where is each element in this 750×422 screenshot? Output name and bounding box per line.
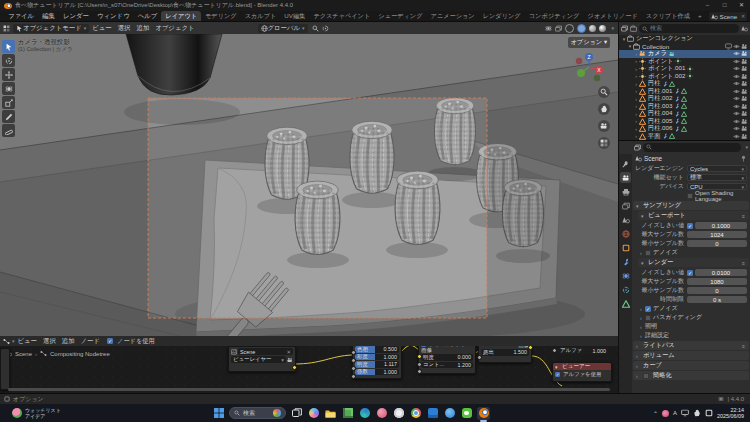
compositor-editor-icon[interactable] [3, 338, 10, 345]
tray-expand-icon[interactable]: ⌃ [653, 410, 658, 417]
r-max-field[interactable]: 1080 [687, 278, 747, 285]
notes-app-icon[interactable] [426, 407, 439, 420]
hsv-hue-slider[interactable]: 色相0.500 [355, 346, 399, 353]
node-viewer[interactable]: ▾ビューアー ✓ アルファを使用 [552, 362, 612, 382]
chrome-icon[interactable] [409, 407, 422, 420]
tool-scale[interactable] [2, 96, 15, 109]
vp-noise-field[interactable]: 0.1000 [695, 222, 747, 229]
tab-object[interactable] [620, 242, 631, 253]
workspace-tab-layout[interactable]: レイアウト [161, 11, 201, 21]
photos-icon[interactable] [375, 407, 388, 420]
volume-icon[interactable] [693, 409, 701, 417]
tab-output[interactable] [620, 186, 631, 197]
bc-bright-field[interactable]: 明度0.000 [421, 354, 473, 361]
tab-particles[interactable] [620, 270, 631, 281]
simplify-section[interactable]: ›簡略化 [633, 371, 749, 380]
r-noise-field[interactable]: 0.0100 [695, 269, 747, 276]
curves-section[interactable]: ›カーブ [633, 361, 749, 370]
skype-icon[interactable] [443, 407, 456, 420]
snap-magnet-icon[interactable] [312, 25, 319, 32]
gizmos-toggle-icon[interactable] [545, 25, 552, 32]
viewer-alpha-field[interactable]: アルファ1.000 [558, 347, 608, 354]
battery-icon[interactable] [705, 409, 713, 417]
menu-window[interactable]: ウィンドウ [93, 12, 134, 21]
edge-icon[interactable] [358, 407, 371, 420]
workspace-tab-rendering[interactable]: レンダリング [479, 11, 525, 21]
outliner-display-mode-icon[interactable] [630, 25, 637, 32]
comp-menu-add[interactable]: 追加 [59, 337, 78, 346]
r-denoise-row[interactable]: ›✓ デノイズ [632, 304, 750, 313]
navigation-gizmo[interactable]: Z X [572, 50, 606, 84]
workspace-tab-modeling[interactable]: モデリング [201, 11, 241, 21]
tool-measure[interactable] [2, 124, 15, 137]
shading-material-icon[interactable] [589, 25, 596, 32]
properties-options-icon[interactable]: ▾ [745, 144, 748, 150]
viewer-node-header[interactable]: ▾ビューアー [553, 363, 611, 370]
tab-render[interactable] [620, 172, 631, 183]
node-clipped-left[interactable] [0, 348, 10, 390]
editor-type-icon[interactable] [3, 25, 10, 32]
tab-physics[interactable] [620, 284, 631, 295]
close-button[interactable]: ✕ [733, 0, 750, 11]
viewport-sampling-section[interactable]: ▾ビューポート≡ [638, 211, 749, 220]
sampling-section[interactable]: ▾サンプリング [633, 201, 749, 210]
r-min-field[interactable]: 0 [687, 287, 747, 294]
outliner-item-cylinder-006[interactable]: › 円柱.006 [619, 125, 750, 133]
outliner-editor-icon[interactable] [621, 25, 628, 32]
viewport-canvas[interactable]: カメラ・透視投影 (1) Collection | カメラ オプション ▾ Z … [0, 34, 618, 336]
canele-object-5[interactable] [295, 181, 340, 254]
hsv-input-socket-3[interactable] [351, 366, 356, 371]
use-alpha-checkbox[interactable]: ✓ [555, 372, 560, 377]
osl-checkbox[interactable] [687, 193, 693, 199]
properties-search-input[interactable] [643, 143, 741, 152]
outliner-item-cylinder-004[interactable]: › 円柱.004 [619, 110, 750, 118]
viewport-menu-view[interactable]: ビュー [89, 24, 114, 33]
outliner-item-cylinder[interactable]: › 円柱 [619, 80, 750, 88]
workspace-tab-sculpt[interactable]: スカルプト [241, 11, 281, 21]
render-layers-output-socket[interactable] [292, 365, 297, 370]
path-guiding-row[interactable]: › パスガイディング [632, 313, 750, 322]
tool-rotate[interactable] [2, 82, 15, 95]
scene-selector[interactable]: Scene ✕ [709, 12, 748, 21]
tab-tool[interactable] [620, 158, 631, 169]
shading-options-icon[interactable]: ▾ [611, 25, 614, 31]
bc-bright-socket[interactable] [417, 362, 422, 367]
compositor-scrollbar[interactable] [8, 388, 610, 391]
vp-min-field[interactable]: 0 [687, 240, 747, 247]
tab-world[interactable] [620, 228, 631, 239]
simplify-checkbox[interactable] [643, 373, 649, 379]
pan-button[interactable] [598, 103, 610, 115]
viewport-options-dropdown[interactable]: オプション ▾ [568, 37, 611, 48]
render-button-icon[interactable] [287, 357, 293, 363]
properties-editor-icon[interactable] [634, 144, 641, 151]
render-sampling-section[interactable]: ▾レンダー≡ [638, 258, 749, 267]
start-button[interactable] [212, 407, 225, 420]
tray-app-icon[interactable] [662, 410, 669, 417]
comp-menu-view[interactable]: ビュー [15, 337, 40, 346]
3d-viewport[interactable]: オブジェクトモード▾ ビュー 選択 追加 オブジェクト グローバル▾ ▾ [0, 22, 618, 336]
outliner-item-plane[interactable]: › 平面 [619, 133, 750, 141]
menu-render[interactable]: レンダー [59, 12, 93, 21]
outliner-item-cylinder-005[interactable]: › 円柱.005 [619, 118, 750, 126]
viewport-menu-object[interactable]: オブジェクト [152, 24, 197, 33]
path-guiding-checkbox[interactable] [645, 315, 651, 321]
outliner-item-cylinder-003[interactable]: › 円柱.003 [619, 103, 750, 111]
hsv-saturation-slider[interactable]: 彩度1.000 [355, 354, 399, 361]
compositor-editor[interactable]: ▾ ビュー 選択 追加 ノード ✓ ノードを使用 Scene › Composi… [0, 336, 618, 393]
mode-dropdown[interactable]: オブジェクトモード▾ [13, 24, 89, 33]
workspace-tab-texpaint[interactable]: テクスチャペイント [309, 11, 374, 21]
outliner-item-collection[interactable]: ▾ Collection [619, 43, 750, 51]
zoom-button[interactable] [598, 86, 610, 98]
render-engine-dropdown[interactable]: Cycles▾ [687, 165, 747, 172]
shading-solid-icon[interactable] [577, 24, 586, 33]
outliner-item-scene-collection[interactable]: ▾ シーンコレクション [619, 35, 750, 43]
outliner-item-cylinder-001[interactable]: › 円柱.001 [619, 88, 750, 96]
scene-x-icon[interactable]: ✕ [741, 13, 745, 19]
tab-modifiers[interactable] [620, 256, 631, 267]
canele-object-6[interactable] [395, 171, 440, 244]
bc-contrast-field[interactable]: コント...1.200 [421, 362, 473, 369]
viewport-menu-add[interactable]: 追加 [134, 24, 153, 33]
r-noise-checkbox[interactable]: ✓ [687, 270, 693, 276]
overlays-toggle-icon[interactable] [555, 25, 562, 32]
minecraft-icon[interactable] [341, 407, 354, 420]
